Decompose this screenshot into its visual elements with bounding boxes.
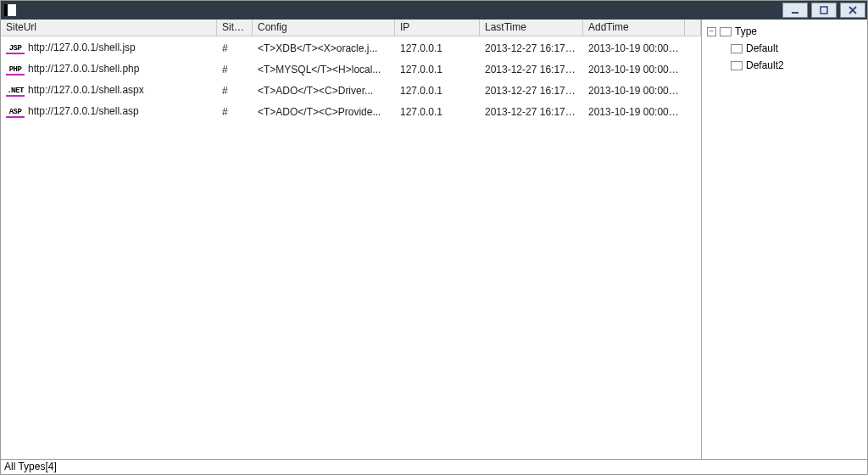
tree-root[interactable]: − Type xyxy=(707,23,862,40)
tech-badge: .NET xyxy=(6,86,25,97)
cell-pass: # xyxy=(217,83,253,98)
cell-pass: # xyxy=(217,104,253,120)
cell-config: <T>XDB</T><X>oracle.j... xyxy=(253,41,395,56)
col-lasttime[interactable]: LastTime xyxy=(480,20,583,36)
status-text: All Types[4] xyxy=(4,461,57,472)
tech-badge: JSP xyxy=(6,43,25,54)
tree-root-label: Type xyxy=(735,25,757,37)
col-config[interactable]: Config xyxy=(253,20,395,36)
cell-pass: # xyxy=(217,62,253,77)
cell-last: 2013-12-27 16:17:48 xyxy=(480,104,583,120)
table-row[interactable]: ASPhttp://127.0.0.1/shell.asp#<T>ADO</T>… xyxy=(1,100,701,121)
tree-item-label: Default2 xyxy=(746,59,784,71)
col-siteurl[interactable]: SiteUrl xyxy=(1,20,217,36)
cell-url: http://127.0.0.1/shell.asp xyxy=(28,105,139,117)
cell-add: 2013-10-19 00:00:00 xyxy=(583,104,685,120)
type-tree: − Type DefaultDefault2 xyxy=(702,20,867,459)
col-ip[interactable]: IP xyxy=(395,20,480,36)
cell-ip: 127.0.0.1 xyxy=(395,104,480,120)
tech-badge: PHP xyxy=(6,64,25,75)
col-sitepass[interactable]: SiteP... xyxy=(217,20,253,36)
table-row[interactable]: PHPhttp://127.0.0.1/shell.php#<T>MYSQL</… xyxy=(1,58,701,79)
tech-badge: ASP xyxy=(6,107,25,118)
cell-config: <T>ADO</T><C>Provide... xyxy=(253,104,395,120)
cell-url: http://127.0.0.1/shell.aspx xyxy=(28,84,144,96)
svg-rect-1 xyxy=(821,7,827,14)
tree-item[interactable]: Default2 xyxy=(731,57,862,74)
cell-add: 2013-10-19 00:00:00 xyxy=(583,62,685,77)
cell-pass: # xyxy=(217,41,253,56)
close-button[interactable] xyxy=(840,3,865,18)
cell-ip: 127.0.0.1 xyxy=(395,83,480,98)
app-icon xyxy=(4,4,16,16)
col-spacer xyxy=(685,20,701,36)
table-row[interactable]: .NEThttp://127.0.0.1/shell.aspx#<T>ADO</… xyxy=(1,79,701,100)
window-controls xyxy=(781,2,867,19)
cell-last: 2013-12-27 16:17:48 xyxy=(480,83,583,98)
column-headers: SiteUrl SiteP... Config IP LastTime AddT… xyxy=(1,20,701,36)
status-bar: All Types[4] xyxy=(1,459,867,474)
col-addtime[interactable]: AddTime xyxy=(583,20,685,36)
table-body[interactable]: JSPhttp://127.0.0.1/shell.jsp#<T>XDB</T>… xyxy=(1,36,701,459)
cell-url: http://127.0.0.1/shell.jsp xyxy=(28,42,136,53)
collapse-icon[interactable]: − xyxy=(707,27,716,36)
maximize-button[interactable] xyxy=(811,3,837,18)
title-bar xyxy=(1,1,867,20)
cell-last: 2013-12-27 16:17:48 xyxy=(480,41,583,56)
cell-config: <T>MYSQL</T><H>local... xyxy=(253,62,395,77)
cell-url: http://127.0.0.1/shell.php xyxy=(28,63,139,75)
folder-icon xyxy=(731,44,743,53)
folder-icon xyxy=(720,27,732,36)
table-row[interactable]: JSPhttp://127.0.0.1/shell.jsp#<T>XDB</T>… xyxy=(1,36,701,58)
site-list: SiteUrl SiteP... Config IP LastTime AddT… xyxy=(1,20,702,459)
folder-icon xyxy=(731,61,743,70)
tree-item[interactable]: Default xyxy=(731,40,862,57)
tree-item-label: Default xyxy=(746,42,778,54)
cell-add: 2013-10-19 00:00:00 xyxy=(583,41,685,56)
cell-config: <T>ADO</T><C>Driver... xyxy=(253,83,395,98)
cell-ip: 127.0.0.1 xyxy=(395,41,480,56)
minimize-button[interactable] xyxy=(782,3,808,18)
cell-ip: 127.0.0.1 xyxy=(395,62,480,77)
cell-last: 2013-12-27 16:17:48 xyxy=(480,62,583,77)
cell-add: 2013-10-19 00:00:00 xyxy=(583,83,685,98)
